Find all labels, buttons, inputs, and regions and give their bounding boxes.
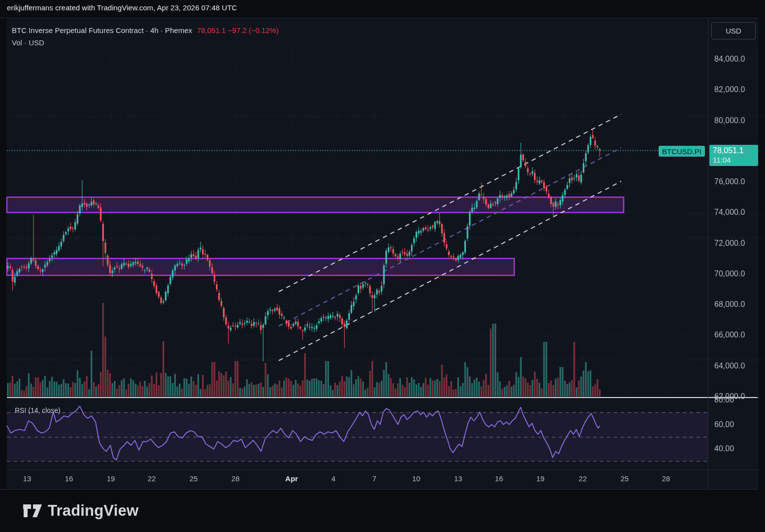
x-axis-label: 22 bbox=[579, 474, 587, 483]
x-axis-label: 25 bbox=[621, 474, 629, 483]
symbol-price-label-badge: BTCUSD.PI bbox=[659, 146, 705, 157]
x-axis-label: 16 bbox=[495, 474, 503, 483]
x-axis-label: 28 bbox=[662, 474, 670, 483]
last-price-change: 78,051.1 −97.2 (−0.12%) bbox=[197, 26, 279, 34]
tradingview-logo-text: TradingView bbox=[48, 502, 138, 520]
x-axis-label: Apr bbox=[285, 474, 298, 483]
last-price-value: 78,051.1 bbox=[713, 146, 758, 155]
countdown-timer: 11:04 bbox=[713, 155, 758, 165]
currency-usd-button[interactable]: USD bbox=[711, 22, 756, 39]
x-axis-label: 13 bbox=[454, 474, 463, 483]
y-axis-label: 66,000.0 bbox=[714, 331, 745, 339]
rsi-axis-label: 80.00 bbox=[714, 396, 734, 404]
x-axis-label: 4 bbox=[332, 474, 335, 483]
y-axis-label: 72,000.0 bbox=[714, 239, 745, 248]
y-axis-label: 74,000.0 bbox=[714, 208, 745, 217]
symbol-title: BTC Inverse Perpetual Futures Contract ·… bbox=[12, 26, 192, 34]
volume-legend[interactable]: Vol · USD bbox=[12, 38, 44, 47]
rsi-axis-label: 60.00 bbox=[714, 420, 734, 429]
x-axis-label: 13 bbox=[23, 474, 32, 483]
x-axis-label: 19 bbox=[536, 474, 545, 483]
x-axis-label: 25 bbox=[190, 474, 198, 483]
y-axis-label: 80,000.0 bbox=[714, 116, 745, 125]
y-axis-label: 70,000.0 bbox=[714, 269, 745, 278]
tradingview-chart-page: erikjuffermans created with TradingView.… bbox=[0, 0, 765, 532]
rsi-axis-label: 40.00 bbox=[714, 444, 734, 453]
rsi-indicator-legend[interactable]: RSI (14, close) bbox=[15, 406, 61, 414]
y-axis-label: 76,000.0 bbox=[714, 177, 745, 186]
x-axis-label: 19 bbox=[107, 474, 115, 483]
y-axis-label: 82,000.0 bbox=[714, 85, 745, 94]
symbol-legend[interactable]: BTC Inverse Perpetual Futures Contract ·… bbox=[12, 26, 279, 34]
x-axis-label: 28 bbox=[232, 474, 240, 483]
tradingview-logo[interactable]: TradingView bbox=[23, 502, 138, 520]
y-axis-label: 68,000.0 bbox=[714, 300, 745, 309]
tradingview-logo-icon bbox=[23, 503, 42, 518]
x-axis-label: 7 bbox=[372, 474, 376, 483]
y-axis-label: 84,000.0 bbox=[714, 55, 745, 64]
price-chart-canvas[interactable] bbox=[0, 0, 765, 532]
last-price-axis-badge: 78,051.1 11:04 bbox=[709, 145, 758, 166]
x-axis-label: 10 bbox=[412, 474, 421, 483]
x-axis-label: 16 bbox=[65, 474, 73, 483]
x-axis-label: 22 bbox=[148, 474, 156, 483]
attribution-text: erikjuffermans created with TradingView.… bbox=[7, 3, 237, 12]
y-axis-label: 64,000.0 bbox=[714, 362, 745, 370]
